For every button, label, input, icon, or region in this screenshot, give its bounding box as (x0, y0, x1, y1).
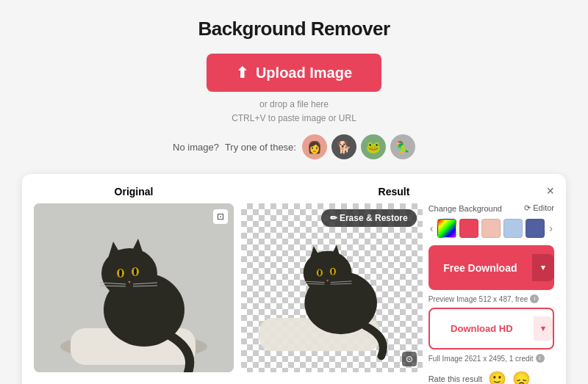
color-row: ‹ › (429, 219, 554, 238)
drop-hint-line1: or drop a file here (259, 99, 329, 109)
right-controls-panel: Change Background ⟳ Editor ‹ › Free Down… (429, 203, 554, 384)
sample-image-3[interactable]: 🐸 (361, 134, 386, 159)
color-next-button[interactable]: › (548, 222, 554, 234)
full-image-info: Full Image 2621 x 2495, 1 credit i (429, 354, 554, 363)
cat-original-bg (34, 203, 234, 372)
free-download-label: Free Download (429, 262, 532, 274)
upload-button-label: Upload Image (256, 65, 352, 81)
color-swatch-red[interactable] (459, 219, 478, 238)
sample-image-2[interactable]: 🐕 (331, 134, 356, 159)
label-result: Result (234, 186, 554, 198)
zoom-icon[interactable]: ⊙ (402, 352, 417, 366)
change-bg-row: Change Background ⟳ Editor (429, 203, 554, 213)
thumbs-down-button[interactable]: 😞 (512, 370, 531, 384)
color-swatch-rainbow[interactable] (437, 219, 456, 238)
label-original: Original (34, 186, 234, 198)
color-swatch-blue[interactable] (503, 219, 523, 238)
full-image-info-icon[interactable]: i (536, 354, 545, 363)
upload-button[interactable]: ⬆ Upload Image (207, 54, 381, 92)
sample-image-4[interactable]: 🦜 (390, 134, 415, 159)
main-panel: × Original Result (22, 174, 566, 384)
crop-icon[interactable]: ⊡ (213, 209, 228, 224)
erase-restore-button[interactable]: ✏ Erase & Restore (321, 209, 417, 227)
upload-icon: ⬆ (236, 64, 248, 81)
sample-image-1[interactable]: 👩 (302, 134, 327, 159)
download-hd-button[interactable]: Download HD ▾ (429, 308, 554, 349)
result-and-controls: ✏ Erase & Restore ⊙ Change Background ⟳ … (241, 203, 554, 384)
full-image-info-text: Full Image 2621 x 2495, 1 credit (429, 355, 534, 363)
svg-point-10 (134, 268, 137, 275)
color-prev-button[interactable]: ‹ (429, 222, 435, 234)
page-title: Background Remover (198, 18, 390, 40)
svg-point-8 (119, 269, 122, 277)
drop-hint: or drop a file here CTRL+V to paste imag… (232, 98, 356, 126)
cat-result-svg (241, 203, 423, 372)
color-swatch-peach[interactable] (481, 219, 501, 238)
sample-images: 👩 🐕 🐸 🦜 (302, 134, 415, 159)
free-download-button[interactable]: Free Download ▾ (429, 245, 554, 290)
rate-label: Rate this result (429, 374, 482, 383)
download-hd-arrow-icon[interactable]: ▾ (534, 316, 553, 341)
editor-link[interactable]: ⟳ Editor (524, 203, 554, 213)
sample-row: No image? Try one of these: 👩 🐕 🐸 🦜 (173, 134, 415, 159)
result-image: ✏ Erase & Restore ⊙ (241, 203, 423, 372)
preview-info-icon[interactable]: i (530, 294, 539, 303)
rate-row: Rate this result 🙂 😞 (429, 370, 554, 384)
cat-original-svg (34, 203, 234, 372)
svg-point-24 (331, 269, 334, 275)
panel-labels-row: Original Result (34, 186, 554, 198)
sample-label-after: Try one of these: (225, 142, 296, 153)
preview-info: Preview Image 512 x 487, free i (429, 294, 554, 303)
result-column: ✏ Erase & Restore ⊙ (241, 203, 423, 384)
thumbs-up-button[interactable]: 🙂 (488, 370, 506, 384)
color-swatch-darkblue[interactable] (526, 219, 545, 238)
preview-info-text: Preview Image 512 x 487, free (429, 295, 528, 303)
drop-hint-line2: CTRL+V to paste image or URL (232, 113, 356, 123)
original-image: ⊡ (34, 203, 234, 372)
download-hd-label: Download HD (430, 323, 534, 334)
change-bg-label: Change Background (429, 204, 502, 213)
free-download-arrow-icon[interactable]: ▾ (532, 254, 554, 281)
svg-point-22 (318, 270, 320, 276)
sample-label-before: No image? (173, 142, 219, 153)
images-row: ⊡ (34, 203, 554, 384)
